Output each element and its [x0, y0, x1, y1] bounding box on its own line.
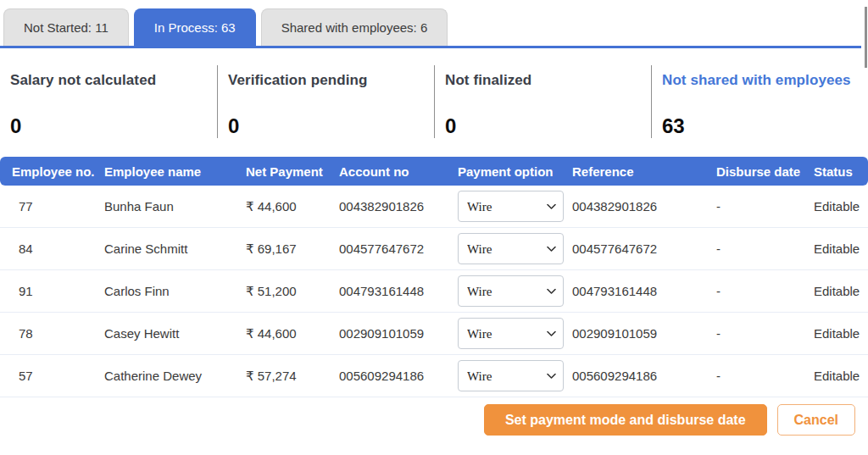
footer-actions: Set payment mode and disburse date Cance…	[0, 397, 868, 436]
reference: 004793161448	[572, 284, 716, 298]
set-payment-mode-button[interactable]: Set payment mode and disburse date	[484, 404, 767, 436]
employee-no: 78	[12, 326, 104, 341]
table-row: 78 Casey Hewitt ₹ 44,600 002909101059 Wi…	[0, 313, 868, 355]
payment-option-cell: Wire	[458, 318, 564, 349]
card-label: Not finalized	[445, 72, 641, 89]
tab-bar: Not Started: 11 In Process: 63 Shared wi…	[0, 0, 868, 48]
header-account-no: Account no	[339, 164, 458, 179]
tab-in-process[interactable]: In Process: 63	[134, 8, 256, 46]
employee-name: Carine Schmitt	[104, 241, 246, 256]
reference: 004577647672	[572, 241, 716, 256]
account-no: 002909101059	[339, 326, 458, 341]
payment-option-select[interactable]: Wire	[458, 233, 564, 264]
card-value: 0	[228, 114, 424, 138]
net-payment: ₹ 69,167	[246, 241, 339, 257]
status-badge: Editable	[814, 241, 860, 256]
header-employee-no: Employee no.	[12, 164, 104, 179]
disburse-date: -	[716, 241, 814, 256]
status-badge: Editable	[814, 326, 860, 341]
employee-name: Bunha Faun	[104, 199, 246, 214]
payment-option-select[interactable]: Wire	[458, 191, 564, 222]
header-employee-name: Employee name	[104, 164, 246, 179]
employee-no: 77	[12, 199, 104, 214]
header-reference: Reference	[572, 164, 716, 179]
tab-shared-with-employees[interactable]: Shared with employees: 6	[261, 8, 448, 46]
employee-no: 57	[12, 369, 104, 383]
account-no: 004382901826	[339, 199, 458, 214]
account-no: 004793161448	[339, 284, 458, 298]
payment-option-select[interactable]: Wire	[458, 275, 564, 307]
summary-cards: Salary not calculated 0 Verification pen…	[0, 48, 868, 157]
table-row: 84 Carine Schmitt ₹ 69,167 004577647672 …	[0, 228, 868, 270]
card-not-shared-with-employees: Not shared with employees 63	[651, 65, 868, 138]
payment-option-cell: Wire	[458, 233, 564, 264]
payment-option-cell: Wire	[458, 360, 564, 391]
reference: 005609294186	[572, 369, 716, 383]
employee-no: 91	[12, 284, 104, 298]
card-value: 0	[445, 114, 641, 138]
disburse-date: -	[716, 369, 814, 383]
net-payment: ₹ 57,274	[246, 369, 339, 384]
cancel-button[interactable]: Cancel	[777, 404, 855, 436]
reference: 002909101059	[572, 326, 716, 341]
disburse-date: -	[716, 199, 814, 214]
account-no: 005609294186	[339, 369, 458, 383]
employee-name: Casey Hewitt	[104, 326, 246, 341]
header-payment-option: Payment option	[458, 164, 572, 179]
status-badge: Editable	[814, 369, 860, 383]
payment-option-cell: Wire	[458, 191, 564, 222]
account-no: 004577647672	[339, 241, 458, 256]
reference: 004382901826	[572, 199, 716, 214]
net-payment: ₹ 51,200	[246, 284, 339, 299]
disburse-date: -	[716, 284, 814, 298]
header-net-payment: Net Payment	[246, 164, 339, 179]
card-label: Verification pending	[228, 72, 424, 89]
table-row: 77 Bunha Faun ₹ 44,600 004382901826 Wire…	[0, 186, 868, 228]
payment-option-select[interactable]: Wire	[458, 318, 564, 349]
payment-option-cell: Wire	[458, 275, 564, 307]
tab-not-started[interactable]: Not Started: 11	[3, 8, 129, 46]
card-value: 0	[10, 114, 207, 138]
table-row: 91 Carlos Finn ₹ 51,200 004793161448 Wir…	[0, 270, 868, 313]
net-payment: ₹ 44,600	[246, 326, 339, 341]
scrollbar-thumb[interactable]	[865, 7, 867, 68]
card-salary-not-calculated: Salary not calculated 0	[0, 65, 217, 138]
tab-list: Not Started: 11 In Process: 63 Shared wi…	[3, 8, 868, 46]
payroll-page: Not Started: 11 In Process: 63 Shared wi…	[0, 0, 868, 455]
card-label: Salary not calculated	[10, 72, 207, 89]
status-badge: Editable	[814, 284, 860, 298]
card-label: Not shared with employees	[662, 72, 858, 89]
employee-name: Catherine Dewey	[104, 369, 246, 383]
disburse-date: -	[716, 326, 814, 341]
header-status: Status	[814, 164, 860, 179]
card-verification-pending: Verification pending 0	[217, 65, 434, 138]
card-value: 63	[662, 114, 858, 138]
net-payment: ₹ 44,600	[246, 199, 339, 214]
card-not-finalized: Not finalized 0	[434, 65, 651, 138]
employee-name: Carlos Finn	[104, 284, 246, 298]
employee-no: 84	[12, 241, 104, 256]
employee-payment-table: Employee no. Employee name Net Payment A…	[0, 157, 868, 397]
table-header-row: Employee no. Employee name Net Payment A…	[0, 157, 868, 186]
payment-option-select[interactable]: Wire	[458, 360, 564, 391]
table-row: 57 Catherine Dewey ₹ 57,274 005609294186…	[0, 355, 868, 397]
header-disburse-date: Disburse date	[716, 164, 814, 179]
status-badge: Editable	[814, 199, 860, 214]
